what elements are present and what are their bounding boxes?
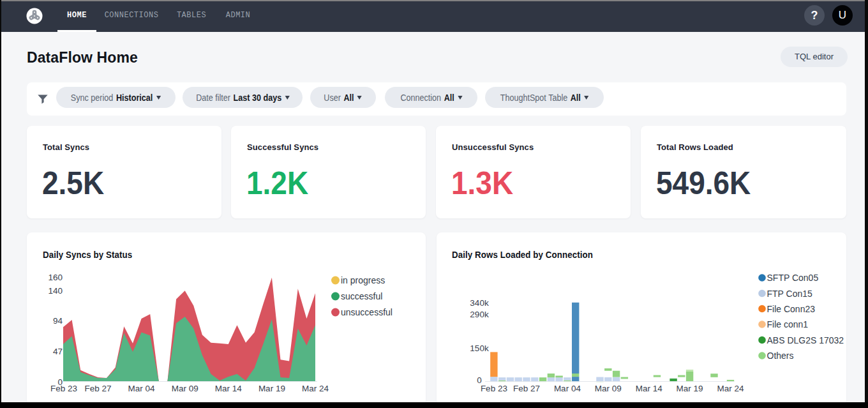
svg-text:Mar 24: Mar 24 [717, 384, 744, 393]
svg-text:340k: 340k [470, 298, 489, 308]
svg-text:Feb 27: Feb 27 [513, 384, 540, 393]
svg-text:FTP Con15: FTP Con15 [767, 289, 813, 299]
svg-text:in progress: in progress [341, 275, 385, 285]
svg-text:Mar 04: Mar 04 [554, 384, 581, 393]
svg-text:150k: 150k [470, 344, 489, 353]
svg-text:Mar 19: Mar 19 [677, 384, 703, 393]
svg-text:File conn1: File conn1 [767, 319, 809, 329]
svg-text:ABS DLG2S 17032: ABS DLG2S 17032 [767, 335, 844, 345]
svg-text:Mar 14: Mar 14 [215, 384, 243, 393]
svg-text:160: 160 [48, 273, 63, 282]
svg-text:47: 47 [53, 347, 63, 356]
svg-text:Feb 23: Feb 23 [481, 384, 507, 393]
svg-text:File Conn23: File Conn23 [767, 304, 816, 314]
svg-text:Others: Others [767, 351, 794, 361]
svg-text:Mar 14: Mar 14 [636, 384, 663, 393]
svg-text:Feb 23: Feb 23 [50, 384, 77, 393]
svg-text:Mar 09: Mar 09 [595, 384, 622, 393]
svg-text:Mar 19: Mar 19 [258, 384, 285, 393]
svg-text:Mar 09: Mar 09 [172, 384, 198, 393]
svg-text:94: 94 [53, 316, 63, 326]
svg-text:290k: 290k [470, 310, 489, 319]
svg-text:successful: successful [341, 291, 382, 301]
svg-text:Mar 24: Mar 24 [302, 384, 329, 393]
svg-text:140: 140 [48, 286, 63, 296]
svg-text:Mar 04: Mar 04 [128, 384, 156, 393]
svg-text:SFTP Con05: SFTP Con05 [767, 273, 819, 283]
svg-text:unsuccessful: unsuccessful [341, 307, 393, 317]
svg-text:Feb 27: Feb 27 [84, 384, 111, 393]
